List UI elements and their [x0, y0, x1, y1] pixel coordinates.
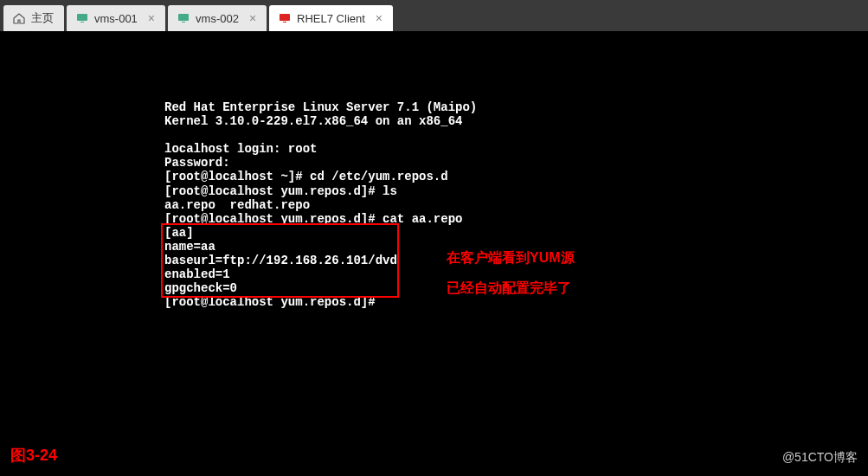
monitor-icon: [75, 11, 89, 25]
svg-rect-0: [77, 14, 87, 21]
figure-label: 图3-24: [10, 445, 57, 466]
watermark: @51CTO博客: [782, 450, 858, 466]
svg-rect-2: [178, 14, 189, 21]
svg-rect-5: [283, 22, 286, 23]
terminal-line: [root@localhost yum.repos.d]# ls: [164, 184, 397, 198]
close-icon[interactable]: ×: [249, 11, 256, 25]
tab-home-label: 主页: [31, 10, 54, 26]
tab-vms-002[interactable]: vms-002 ×: [168, 5, 267, 31]
terminal-line: aa.repo redhat.repo: [164, 198, 310, 212]
terminal-line: [root@localhost ~]# cd /etc/yum.repos.d: [164, 170, 448, 183]
monitor-icon: [177, 11, 190, 25]
annotation-line-1: 在客户端看到YUM源: [447, 242, 575, 273]
terminal-line: Password:: [164, 156, 230, 170]
tab-home[interactable]: 主页: [3, 5, 64, 31]
home-icon: [12, 11, 26, 25]
tab-vms-001-label: vms-001: [94, 12, 138, 25]
svg-rect-4: [280, 14, 290, 21]
terminal-line: Red Hat Enterprise Linux Server 7.1 (Mai…: [164, 100, 477, 114]
highlight-box: [161, 223, 399, 298]
terminal-line: localhost login: root: [164, 142, 317, 156]
svg-rect-1: [80, 22, 84, 23]
monitor-icon: [278, 11, 292, 25]
terminal-output[interactable]: Red Hat Enterprise Linux Server 7.1 (Mai…: [0, 31, 868, 309]
tab-bar: 主页 vms-001 × vms-002 × RHEL7 Client ×: [0, 0, 868, 31]
tab-vms-001[interactable]: vms-001 ×: [67, 5, 165, 31]
close-icon[interactable]: ×: [148, 11, 155, 25]
tab-rhel7-client[interactable]: RHEL7 Client ×: [269, 5, 393, 31]
terminal-line: Kernel 3.10.0-229.el7.x86_64 on an x86_6…: [164, 114, 462, 128]
annotation-text: 在客户端看到YUM源 已经自动配置完毕了: [447, 242, 575, 303]
svg-rect-3: [182, 22, 185, 23]
close-icon[interactable]: ×: [376, 11, 383, 25]
tab-vms-002-label: vms-002: [196, 12, 239, 25]
annotation-line-2: 已经自动配置完毕了: [447, 273, 575, 303]
tab-rhel7-label: RHEL7 Client: [297, 12, 365, 25]
